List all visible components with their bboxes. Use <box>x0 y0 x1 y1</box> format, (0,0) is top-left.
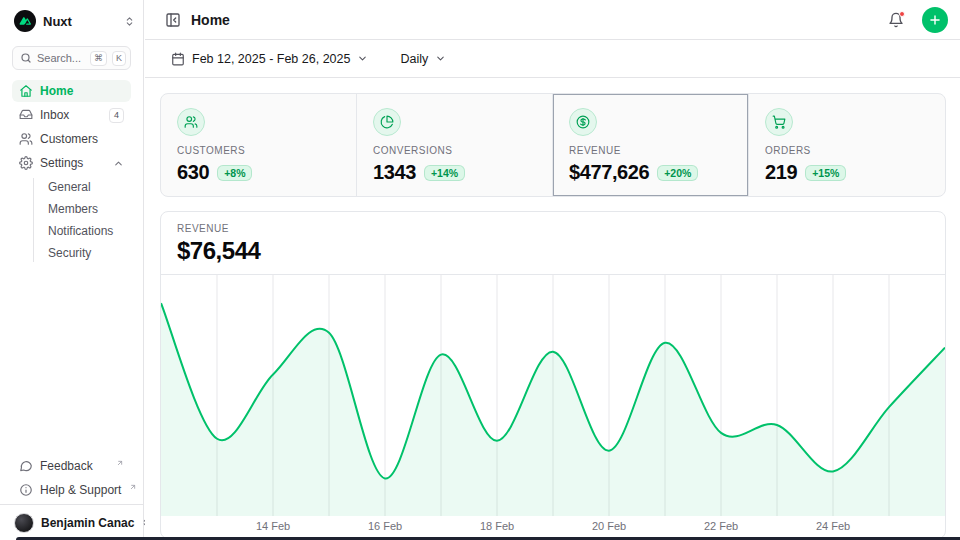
date-range-value: Feb 12, 2025 - Feb 26, 2025 <box>192 52 350 66</box>
info-circle-icon <box>19 483 33 497</box>
chevron-down-icon <box>357 53 368 64</box>
sidebar-item-general[interactable]: General <box>34 176 131 198</box>
stat-delta-badge: +8% <box>217 165 252 181</box>
stat-label: CONVERSIONS <box>373 145 536 156</box>
sidebar-item-members[interactable]: Members <box>34 198 131 220</box>
x-tick-label: 16 Feb <box>368 520 402 532</box>
arrow-up-right-icon <box>116 456 124 470</box>
inbox-count-badge: 4 <box>109 108 124 123</box>
plus-icon <box>928 13 942 27</box>
stat-card-revenue[interactable]: REVENUE $477,626 +20% <box>553 94 749 196</box>
sidebar-item-security[interactable]: Security <box>34 242 131 264</box>
users-icon <box>19 132 33 146</box>
page-header: Home <box>145 0 960 40</box>
chevron-up-icon <box>113 158 124 169</box>
stat-value: 1343 <box>373 161 416 184</box>
kbd-key: K <box>112 51 126 66</box>
stat-card-customers[interactable]: CUSTOMERS 630 +8% <box>161 94 357 196</box>
kbd-meta: ⌘ <box>90 51 107 66</box>
sidebar-footer: Feedback Help & Support <box>0 455 143 503</box>
stat-label: REVENUE <box>569 145 732 156</box>
chart-header: REVENUE $76,544 <box>161 212 945 275</box>
gear-icon <box>19 156 33 170</box>
stat-card-orders[interactable]: ORDERS 219 +15% <box>749 94 945 196</box>
search-icon <box>20 52 32 64</box>
collapse-sidebar-button[interactable] <box>165 12 181 28</box>
sidebar-nav: Home Inbox 4 Customers Settings <box>0 80 143 264</box>
notification-dot <box>899 11 905 17</box>
stat-value: $477,626 <box>569 161 649 184</box>
x-tick-label: 14 Feb <box>256 520 290 532</box>
granularity-value: Daily <box>400 52 428 66</box>
user-menu[interactable]: Benjamin Canac <box>0 504 143 540</box>
calendar-icon <box>171 52 185 66</box>
pie-chart-icon <box>373 108 401 136</box>
chart-value: $76,544 <box>177 237 929 265</box>
workspace-name: Nuxt <box>43 14 117 29</box>
main-panel: Home Feb 12, 2025 - Feb 26, 2025 Daily <box>145 0 960 540</box>
date-range-picker[interactable]: Feb 12, 2025 - Feb 26, 2025 <box>165 48 374 70</box>
add-button[interactable] <box>922 7 948 33</box>
notifications-button[interactable] <box>888 12 904 28</box>
sidebar-item-settings[interactable]: Settings <box>12 152 131 174</box>
chart-x-axis: 14 Feb16 Feb18 Feb20 Feb22 Feb24 Feb <box>161 520 945 536</box>
stat-delta-badge: +15% <box>805 165 846 181</box>
users-icon <box>177 108 205 136</box>
chevron-down-icon <box>435 53 446 64</box>
sidebar-item-home[interactable]: Home <box>12 80 131 102</box>
x-tick-label: 24 Feb <box>816 520 850 532</box>
sidebar-item-notifications[interactable]: Notifications <box>34 220 131 242</box>
x-tick-label: 22 Feb <box>704 520 738 532</box>
feedback-link[interactable]: Feedback <box>12 455 131 477</box>
nuxt-logo-icon <box>14 10 36 32</box>
search-placeholder: Search... <box>37 52 85 64</box>
stat-delta-badge: +14% <box>424 165 465 181</box>
revenue-area-chart[interactable] <box>161 274 945 516</box>
arrow-up-right-icon <box>129 480 137 494</box>
sidebar-item-inbox[interactable]: Inbox 4 <box>12 104 131 126</box>
chart-label: REVENUE <box>177 223 929 234</box>
inbox-icon <box>19 108 33 122</box>
dashboard-content: CUSTOMERS 630 +8% CONVERSIONS 1343 +14% <box>145 78 960 539</box>
revenue-chart-card: REVENUE $76,544 14 Feb16 Feb18 Feb20 Feb… <box>160 211 946 539</box>
help-support-link[interactable]: Help & Support <box>12 479 131 501</box>
sidebar-item-customers[interactable]: Customers <box>12 128 131 150</box>
search-input[interactable]: Search... ⌘ K <box>12 46 131 70</box>
chevrons-up-down-icon <box>124 16 135 27</box>
message-circle-icon <box>19 459 33 473</box>
shopping-cart-icon <box>765 108 793 136</box>
settings-submenu: General Members Notifications Security <box>12 176 131 264</box>
workspace-selector[interactable]: Nuxt <box>0 0 143 40</box>
stat-card-conversions[interactable]: CONVERSIONS 1343 +14% <box>357 94 553 196</box>
home-icon <box>19 84 33 98</box>
dollar-circle-icon <box>569 108 597 136</box>
stats-panel: CUSTOMERS 630 +8% CONVERSIONS 1343 +14% <box>160 93 946 197</box>
stat-value: 219 <box>765 161 797 184</box>
x-tick-label: 18 Feb <box>480 520 514 532</box>
page-title: Home <box>191 12 878 28</box>
dashboard-app: Nuxt Search... ⌘ K Home <box>0 0 960 540</box>
stat-label: ORDERS <box>765 145 929 156</box>
stat-label: CUSTOMERS <box>177 145 340 156</box>
filters-toolbar: Feb 12, 2025 - Feb 26, 2025 Daily <box>145 40 960 78</box>
stat-delta-badge: +20% <box>657 165 698 181</box>
user-name: Benjamin Canac <box>41 516 134 530</box>
x-tick-label: 20 Feb <box>592 520 626 532</box>
granularity-select[interactable]: Daily <box>394 48 452 70</box>
sidebar: Nuxt Search... ⌘ K Home <box>0 0 144 540</box>
stat-value: 630 <box>177 161 209 184</box>
avatar <box>14 513 34 533</box>
